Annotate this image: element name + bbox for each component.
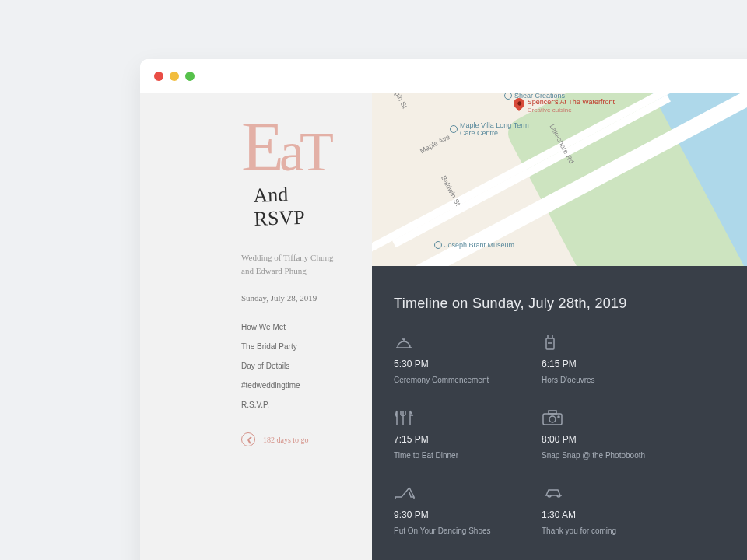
svg-rect-3 [549, 411, 556, 414]
countdown: 182 days to go [241, 432, 341, 446]
nav-rsvp[interactable]: R.S.V.P. [241, 401, 341, 409]
timeline-event: 7:15 PM Time to Eat Dinner [394, 409, 534, 460]
svg-rect-0 [546, 338, 554, 349]
nav-hashtag[interactable]: #tedweddingtime [241, 381, 341, 390]
countdown-text: 182 days to go [263, 436, 309, 444]
shoe-icon [394, 485, 534, 503]
venue-name: Spencer's At The Waterfront [528, 98, 615, 107]
event-time: 1:30 AM [542, 509, 682, 520]
sidebar-nav: How We Met The Bridal Party Day of Detai… [241, 323, 341, 409]
timeline-title: Timeline on Sunday, July 28th, 2019 [394, 296, 747, 312]
timeline-event: 9:30 PM Put On Your Dancing Shoes [394, 485, 534, 535]
event-label: Put On Your Dancing Shoes [394, 527, 534, 535]
map-pin-icon [511, 96, 527, 111]
event-label: Hors D'oeuvres [542, 376, 682, 384]
wedding-of-line1: Wedding of Tiffany Chung [241, 251, 335, 264]
window-close-button[interactable] [154, 72, 163, 81]
event-time: 9:30 PM [394, 509, 534, 520]
poi-label: Maple Villa Long Term Care Centre [460, 121, 530, 137]
timeline-event: 6:15 PM Hors D'oeuvres [542, 334, 682, 384]
event-time: 8:00 PM [542, 434, 682, 445]
event-time: 7:15 PM [394, 434, 534, 445]
timeline-event: 5:30 PM Ceremony Commencement [394, 334, 534, 384]
timeline-event: 1:30 AM Thank you for coming [542, 485, 682, 535]
wedding-of-line2: and Edward Phung [241, 264, 335, 278]
nav-bridal-party[interactable]: The Bridal Party [241, 342, 341, 351]
camera-icon [542, 409, 682, 428]
road-label-elgin: Elgin St [391, 93, 409, 110]
poi-maple-villa[interactable]: Maple Villa Long Term Care Centre [450, 121, 530, 137]
timeline-panel: Timeline on Sunday, July 28th, 2019 5:30… [372, 266, 747, 560]
venue-sub: Creative cuisine [528, 107, 615, 114]
pin-icon [450, 125, 458, 133]
dome-icon [394, 334, 534, 352]
page-content: EaT And RSVP Wedding of Tiffany Chung an… [140, 93, 747, 560]
event-time: 6:15 PM [542, 359, 682, 369]
wedding-subtitle: Wedding of Tiffany Chung and Edward Phun… [241, 251, 335, 285]
event-label: Thank you for coming [542, 527, 682, 535]
pin-icon [434, 241, 442, 249]
clock-icon [241, 432, 255, 446]
car-icon [542, 485, 682, 503]
browser-window: EaT And RSVP Wedding of Tiffany Chung an… [140, 59, 747, 560]
window-titlebar [140, 59, 747, 93]
window-zoom-button[interactable] [185, 72, 195, 81]
logo: EaT And RSVP [241, 115, 341, 243]
drink-icon [542, 334, 682, 352]
venue-map[interactable]: Lakeshore Rd Maple Ave Elgin St Baldwin … [372, 93, 747, 266]
venue-marker[interactable]: Spencer's At The Waterfront Creative cui… [514, 98, 615, 114]
timeline-grid: 5:30 PM Ceremony Commencement 6:15 PM Ho… [394, 334, 747, 535]
pin-icon [504, 93, 512, 100]
svg-point-2 [549, 416, 556, 422]
utensils-icon [394, 409, 534, 428]
road-label-maple: Maple Ave [419, 133, 451, 155]
event-label: Snap Snap @ the Photobooth [542, 451, 682, 460]
main-content: Lakeshore Rd Maple Ave Elgin St Baldwin … [372, 93, 747, 560]
wedding-date: Sunday, July 28, 2019 [241, 293, 341, 303]
logo-script: And RSVP [253, 181, 342, 231]
sidebar: EaT And RSVP Wedding of Tiffany Chung an… [140, 93, 372, 560]
nav-day-of-details[interactable]: Day of Details [241, 362, 341, 370]
poi-label: Joseph Brant Museum [444, 241, 514, 249]
window-minimize-button[interactable] [170, 72, 179, 81]
timeline-event: 8:00 PM Snap Snap @ the Photobooth [542, 409, 682, 460]
event-label: Ceremony Commencement [394, 376, 534, 384]
svg-rect-1 [543, 414, 562, 425]
svg-point-4 [558, 416, 559, 418]
nav-how-we-met[interactable]: How We Met [241, 323, 341, 331]
event-label: Time to Eat Dinner [394, 451, 534, 460]
logo-main: EaT [241, 115, 341, 178]
event-time: 5:30 PM [394, 359, 534, 369]
poi-joseph-brant[interactable]: Joseph Brant Museum [434, 241, 514, 249]
